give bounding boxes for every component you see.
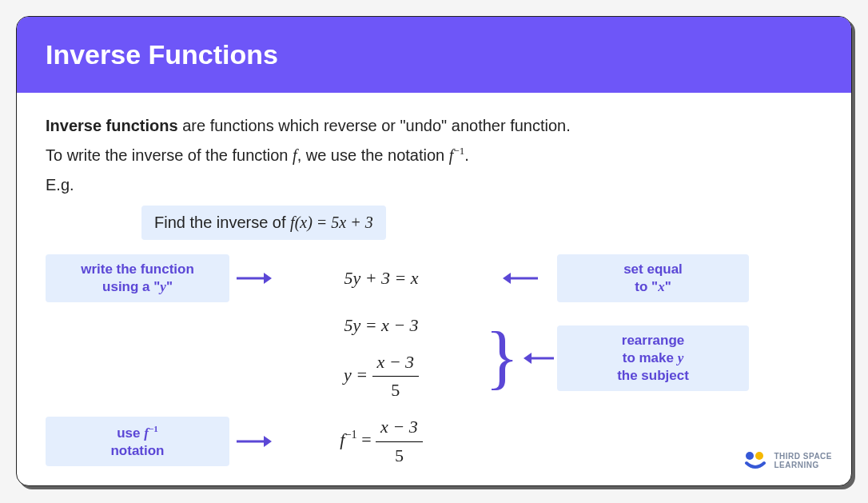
- c1-a: write the function: [81, 261, 194, 277]
- card-title: Inverse Functions: [46, 39, 822, 70]
- callout-write-y: write the function using a "y": [46, 254, 229, 302]
- brand-logo: THIRD SPACE LEARNING: [743, 450, 832, 471]
- intro-eg: E.g.: [46, 173, 822, 198]
- c3-b: to make: [623, 350, 678, 365]
- arrow-left-icon: [485, 269, 557, 287]
- intro2-a: To write the inverse of the function: [46, 146, 293, 164]
- logo-icon: [743, 450, 767, 471]
- example-prompt: Find the inverse of f(x) = 5x + 3: [141, 206, 386, 240]
- svg-marker-7: [264, 436, 272, 447]
- eq4-eq: =: [357, 429, 376, 449]
- card-header: Inverse Functions: [17, 17, 851, 93]
- c2-var: x: [658, 279, 665, 294]
- c1-c: ": [166, 279, 173, 294]
- svg-point-9: [755, 452, 763, 460]
- equation-1: 5y + 3 = x: [277, 265, 485, 292]
- c4-a: use: [117, 425, 144, 441]
- c2-a: set equal: [623, 261, 683, 277]
- svg-point-8: [746, 452, 754, 460]
- example-prompt-eq: f(x) = 5x + 3: [290, 214, 373, 231]
- curly-brace-icon: }: [485, 328, 519, 388]
- c1-var: y: [160, 279, 166, 294]
- eq1-text: 5y + 3 = x: [344, 268, 418, 288]
- eq3-den: 5: [372, 377, 420, 404]
- c4-exp: −1: [149, 424, 158, 433]
- intro-bold: Inverse functions: [46, 117, 178, 134]
- svg-marker-1: [264, 273, 272, 284]
- intro-line-1: Inverse functions are functions which re…: [46, 114, 822, 138]
- logo-line2: LEARNING: [774, 461, 832, 469]
- lesson-card: Inverse Functions Inverse functions are …: [16, 16, 852, 486]
- eq4-den: 5: [376, 442, 423, 469]
- c3-c: the subject: [617, 368, 689, 383]
- eq4-exp: −1: [344, 429, 356, 441]
- intro2-c: .: [464, 146, 469, 164]
- eq3-num: x − 3: [372, 349, 420, 377]
- intro-rest: are functions which reverse or "undo" an…: [178, 117, 571, 134]
- eq4-num: x − 3: [376, 413, 423, 441]
- intro2-finv-exp: −1: [453, 145, 464, 157]
- arrow-right-icon: [229, 433, 277, 450]
- arrow-left-icon: [524, 349, 555, 367]
- svg-marker-5: [524, 353, 532, 364]
- c3-a: rearrange: [622, 333, 684, 348]
- eq3-lhs: y =: [344, 365, 372, 385]
- callout-rearrange: rearrange to make y the subject: [557, 325, 749, 391]
- brace-arrow-group: }: [485, 328, 557, 388]
- eq3-frac: x − 3 5: [372, 349, 420, 404]
- equation-4: f−1 = x − 3 5: [277, 413, 485, 469]
- eq4-frac: x − 3 5: [376, 413, 423, 469]
- intro2-b: , we use the notation: [297, 146, 449, 164]
- svg-marker-3: [503, 273, 511, 284]
- equation-2: 5y = x − 3: [277, 312, 485, 339]
- c1-b: using a ": [102, 279, 160, 294]
- c4-b: notation: [110, 443, 164, 458]
- arrow-right-icon: [229, 269, 277, 287]
- logo-line1: THIRD SPACE: [774, 452, 832, 461]
- work-area: write the function using a "y" 5y + 3 = …: [46, 254, 822, 469]
- c3-var: y: [678, 350, 684, 365]
- equation-3: y = x − 3 5: [277, 349, 485, 404]
- logo-text: THIRD SPACE LEARNING: [774, 452, 832, 469]
- eq2-text: 5y = x − 3: [344, 315, 418, 335]
- c2-b: to ": [635, 279, 658, 294]
- c2-c: ": [665, 279, 671, 294]
- card-body: Inverse functions are functions which re…: [17, 93, 851, 485]
- callout-notation: use f−1 notation: [46, 417, 229, 466]
- intro-line-2: To write the inverse of the function f, …: [46, 143, 822, 168]
- example-prompt-a: Find the inverse of: [154, 214, 290, 231]
- callout-set-x: set equal to "x": [557, 254, 749, 302]
